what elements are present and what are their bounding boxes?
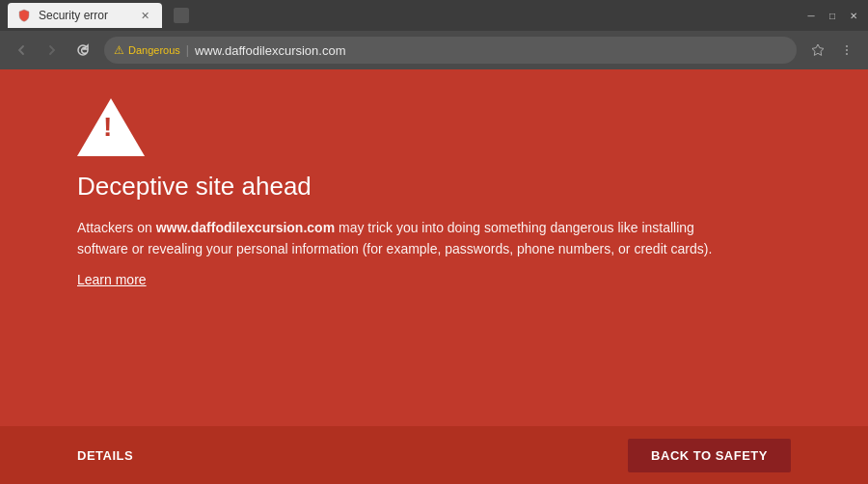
back-button[interactable] <box>8 37 35 64</box>
svg-point-3 <box>846 53 848 55</box>
maximize-button[interactable]: □ <box>826 9 839 22</box>
error-description: Attackers on www.daffodilexcursion.com m… <box>77 217 733 260</box>
new-tab-button[interactable] <box>168 2 195 29</box>
reload-button[interactable] <box>69 37 96 64</box>
bookmark-button[interactable] <box>804 37 831 64</box>
svg-rect-0 <box>174 8 189 23</box>
back-to-safety-button[interactable]: BACK TO SAFETY <box>628 439 791 472</box>
titlebar: Security error ✕ ─ □ ✕ <box>0 0 868 31</box>
bottom-action-bar: DETAILS BACK TO SAFETY <box>0 426 868 484</box>
close-button[interactable]: ✕ <box>847 9 860 22</box>
window-controls: ─ □ ✕ <box>804 9 860 22</box>
tab-title: Security error <box>39 9 108 22</box>
desc-prefix: Attackers on <box>77 220 156 235</box>
security-label: Dangerous <box>128 44 180 56</box>
url-text: www.daffodilexcursion.com <box>195 43 346 58</box>
warning-triangle-icon: ! <box>77 98 145 156</box>
tab-favicon <box>17 9 31 22</box>
site-name: www.daffodilexcursion.com <box>156 220 335 235</box>
exclamation-mark: ! <box>103 114 112 141</box>
minimize-button[interactable]: ─ <box>804 9 818 22</box>
address-separator: | <box>186 43 189 57</box>
forward-button[interactable] <box>39 37 66 64</box>
toolbar-right-buttons <box>804 37 860 64</box>
warning-icon: ⚠ <box>114 43 124 57</box>
tab-close-button[interactable]: ✕ <box>137 8 152 23</box>
active-tab[interactable]: Security error ✕ <box>8 3 162 28</box>
navigation-toolbar: ⚠ Dangerous | www.daffodilexcursion.com <box>0 31 868 69</box>
error-title: Deceptive site ahead <box>77 172 791 202</box>
svg-point-1 <box>846 45 848 47</box>
learn-more-link[interactable]: Learn more <box>77 272 791 287</box>
tabs-area: Security error ✕ <box>8 2 195 29</box>
details-link[interactable]: DETAILS <box>77 448 133 463</box>
address-bar[interactable]: ⚠ Dangerous | www.daffodilexcursion.com <box>104 37 797 64</box>
error-page: ! Deceptive site ahead Attackers on www.… <box>0 69 868 484</box>
security-badge: ⚠ Dangerous <box>114 43 180 57</box>
svg-point-2 <box>846 49 848 51</box>
chrome-menu-button[interactable] <box>833 37 860 64</box>
